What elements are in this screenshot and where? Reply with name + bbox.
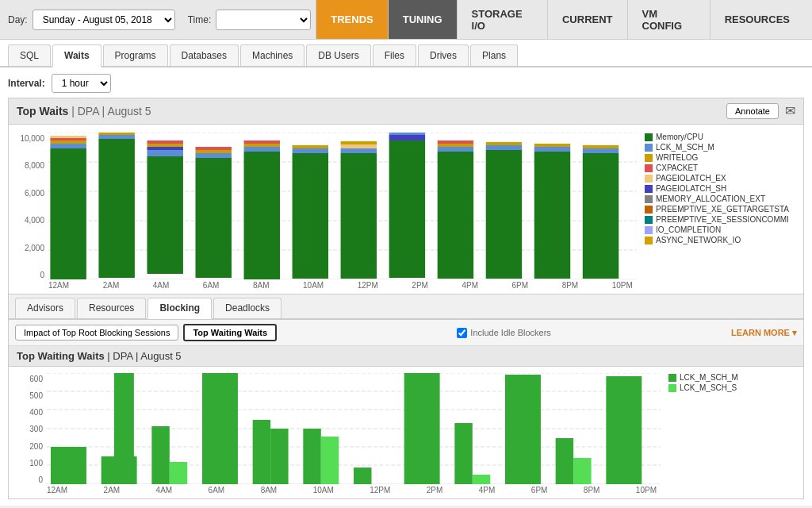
email-icon[interactable]: ✉ [785, 103, 795, 119]
idle-blockers-checkbox[interactable] [457, 328, 467, 338]
svg-rect-14 [147, 156, 182, 274]
interval-select[interactable]: 1 hour 30 min 15 min [52, 74, 111, 93]
interval-row: Interval: 1 hour 30 min 15 min [8, 74, 804, 93]
legend-item-async-network: ASYNC_NETWORK_IO [645, 236, 795, 244]
x-12pm: 12PM [358, 281, 378, 290]
tab-machines[interactable]: Machines [240, 44, 304, 66]
sub-chart-section: Impact of Top Root Blocking Sessions Top… [8, 319, 804, 499]
chart-actions: Annotate ✉ [726, 103, 795, 119]
y-label-4000: 4,000 [25, 216, 44, 225]
svg-rect-9 [50, 138, 86, 140]
learn-more-link[interactable]: LEARN MORE ▾ [731, 328, 797, 338]
nav-tab-trends[interactable]: TRENDS [316, 0, 387, 39]
svg-rect-34 [389, 140, 425, 278]
legend-color-async-network [645, 237, 653, 244]
svg-rect-60 [151, 426, 169, 484]
tab-plans[interactable]: Plans [470, 44, 518, 66]
svg-rect-32 [341, 144, 377, 148]
nav-tab-current[interactable]: CURRENT [547, 0, 627, 39]
tab-drives[interactable]: Drives [418, 44, 469, 66]
time-label: Time: [188, 14, 212, 25]
legend-color-lck-sch-m [645, 144, 653, 152]
svg-rect-38 [438, 147, 473, 152]
svg-rect-8 [50, 140, 86, 144]
sub-x-4am: 4AM [156, 486, 173, 495]
legend-label-writelog: WRITELOG [656, 153, 698, 162]
time-select[interactable] [216, 10, 311, 30]
tab-resources[interactable]: Resources [77, 298, 146, 318]
legend-label-pageiolatch-ex: PAGEIOLATCH_EX [656, 174, 726, 183]
svg-rect-11 [98, 139, 134, 278]
top-chart-container: 10,000 8,000 6,000 4,000 2,000 0 [8, 124, 804, 294]
sub-legend-color-lck-m-sch-s [668, 384, 676, 392]
x-4am: 4AM [153, 281, 170, 290]
legend-color-pageiolatch-ex [645, 175, 653, 183]
sub-y-600: 600 [29, 375, 43, 383]
top-waiting-button[interactable]: Top Waiting Waits [183, 324, 277, 341]
y-label-0: 0 [40, 271, 44, 279]
legend-label-memory-alloc: MEMORY_ALLOCATION_EXT [656, 194, 765, 203]
include-idle-blockers[interactable]: Include Idle Blockers [457, 328, 551, 338]
top-chart-header: Top Waits | DPA | August 5 Annotate ✉ [8, 98, 804, 124]
svg-rect-24 [244, 147, 280, 152]
legend-item-io-completion: IO_COMPLETION [645, 225, 795, 234]
x-10pm: 10PM [612, 281, 633, 290]
top-chart-title-text: Top Waits [17, 105, 68, 117]
sub-chart-x-axis: 12AM 2AM 4AM 6AM 8AM 10AM 12PM 2PM 4PM 6… [17, 486, 795, 495]
sub-x-12pm: 12PM [370, 486, 390, 495]
legend-label-lck-sch-m: LCK_M_SCH_M [656, 143, 714, 152]
sub-x-6pm: 6PM [531, 486, 548, 495]
day-select[interactable]: Sunday - August 05, 2018 [33, 10, 175, 30]
legend-label-memory: Memory/CPU [656, 133, 703, 141]
svg-rect-41 [486, 150, 522, 279]
tab-sql[interactable]: SQL [8, 44, 51, 66]
x-12am: 12AM [48, 281, 69, 290]
svg-rect-47 [583, 153, 619, 279]
tab-deadlocks[interactable]: Deadlocks [213, 298, 282, 318]
legend-label-pageiolatch-sh: PAGEIOLATCH_SH [656, 184, 726, 193]
nav-tabs: TRENDS TUNING STORAGE I/O CURRENT VM CON… [316, 0, 804, 39]
sub-x-8pm: 8PM [584, 486, 600, 495]
legend-color-preemptive-xe-get [645, 206, 653, 214]
top-navigation: Day: Sunday - August 05, 2018 Time: TREN… [0, 0, 812, 40]
legend-label-preemptive-xe-sess: PREEMPTIVE_XE_SESSIONCOMMI [656, 215, 789, 224]
svg-rect-12 [98, 135, 134, 139]
impact-button[interactable]: Impact of Top Root Blocking Sessions [15, 325, 178, 341]
tab-programs[interactable]: Programs [103, 44, 168, 66]
svg-rect-71 [505, 375, 541, 484]
legend-color-preemptive-xe-sess [645, 216, 653, 224]
top-chart-title: Top Waits | DPA | August 5 [17, 105, 151, 117]
sub-chart-sep: | DPA | August 5 [107, 350, 181, 362]
tab-blocking[interactable]: Blocking [147, 298, 212, 319]
nav-tab-storage[interactable]: STORAGE I/O [457, 0, 547, 39]
tab-waits[interactable]: Waits [52, 44, 102, 67]
sub-x-6am: 6AM [209, 486, 225, 495]
svg-rect-61 [170, 462, 187, 484]
sub-tabs: SQL Waits Programs Databases Machines DB… [0, 40, 812, 67]
tab-advisors[interactable]: Advisors [15, 298, 75, 318]
svg-rect-64 [270, 429, 288, 484]
legend-item-pageiolatch-ex: PAGEIOLATCH_EX [645, 174, 795, 183]
sub-chart-toolbar: Impact of Top Root Blocking Sessions Top… [9, 320, 803, 346]
nav-tab-tuning[interactable]: TUNING [388, 0, 457, 39]
legend-item-memory-alloc: MEMORY_ALLOCATION_EXT [645, 194, 795, 203]
nav-tab-resources[interactable]: RESOURCES [710, 0, 804, 39]
sub-y-0: 0 [38, 475, 43, 484]
tab-databases[interactable]: Databases [170, 44, 239, 66]
svg-rect-65 [303, 429, 320, 484]
svg-rect-15 [147, 150, 182, 156]
svg-rect-22 [196, 147, 232, 150]
tab-db-users[interactable]: DB Users [306, 44, 370, 66]
svg-rect-45 [534, 147, 570, 152]
annotate-button[interactable]: Annotate [726, 103, 779, 119]
svg-rect-23 [244, 152, 280, 279]
svg-rect-43 [486, 142, 522, 145]
nav-tab-vmconfig[interactable]: VM CONFIG [627, 0, 710, 39]
sub-x-8am: 8AM [261, 486, 278, 495]
tab-files[interactable]: Files [373, 44, 416, 66]
svg-rect-72 [556, 438, 573, 484]
x-2am: 2AM [103, 281, 120, 290]
sub-y-200: 200 [29, 442, 43, 451]
x-4pm: 4PM [462, 281, 478, 290]
sub-chart-title: Top Waiting Waits [17, 350, 105, 362]
